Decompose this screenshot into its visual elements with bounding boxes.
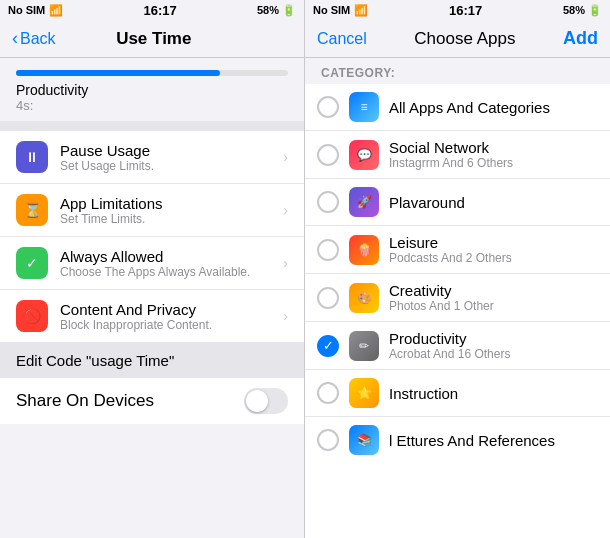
categories-list: ≡ All Apps And Categories 💬 Social Netwo…	[305, 84, 610, 538]
title-playground: Plavaround	[389, 194, 598, 211]
text-productivity: Productivity Acrobat And 16 Others	[389, 330, 598, 361]
menu-item-privacy[interactable]: 🚫 Content And Privacy Block Inappropriat…	[0, 290, 304, 342]
list-item-playground[interactable]: 🚀 Plavaround	[305, 179, 610, 226]
title-all: All Apps And Categories	[389, 99, 598, 116]
radio-social[interactable]	[317, 144, 339, 166]
spacer-1	[0, 121, 304, 131]
progress-section: Productivity 4s:	[0, 58, 304, 121]
chevron-icon-limitations: ›	[283, 202, 288, 218]
menu-title-pause: Pause Usage	[60, 142, 283, 159]
menu-text-limitations: App Limitations Set Time Limits.	[60, 195, 283, 226]
menu-item-allowed[interactable]: ✓ Always Allowed Choose The Apps Always …	[0, 237, 304, 290]
privacy-icon: 🚫	[16, 300, 48, 332]
list-item-instruction[interactable]: ⭐ Instruction	[305, 370, 610, 417]
icon-lettures: 📚	[349, 425, 379, 455]
text-creativity: Creativity Photos And 1 Other	[389, 282, 598, 313]
battery-icon-left: 🔋	[282, 4, 296, 17]
subtitle-leisure: Podcasts And 2 Others	[389, 251, 598, 265]
nav-bar-left: ‹ Back Use Time	[0, 20, 304, 58]
title-social: Social Network	[389, 139, 598, 156]
list-item-social[interactable]: 💬 Social Network Instagrrm And 6 Others	[305, 131, 610, 179]
edit-code-label: Edit Code "usage Time"	[16, 352, 174, 369]
radio-playground[interactable]	[317, 191, 339, 213]
chevron-icon-privacy: ›	[283, 308, 288, 324]
icon-playground: 🚀	[349, 187, 379, 217]
menu-subtitle-allowed: Choose The Apps Always Available.	[60, 265, 283, 279]
cancel-button[interactable]: Cancel	[317, 30, 367, 48]
icon-productivity: ✏	[349, 331, 379, 361]
menu-subtitle-privacy: Block Inappropriate Content.	[60, 318, 283, 332]
time-right: 16:17	[449, 3, 482, 18]
share-label: Share On Devices	[16, 391, 154, 411]
menu-title-privacy: Content And Privacy	[60, 301, 283, 318]
radio-lettures[interactable]	[317, 429, 339, 451]
menu-text-privacy: Content And Privacy Block Inappropriate …	[60, 301, 283, 332]
status-bar-left: No SIM 📶 16:17 58% 🔋	[0, 0, 304, 20]
radio-all[interactable]	[317, 96, 339, 118]
list-item-productivity[interactable]: ✓ ✏ Productivity Acrobat And 16 Others	[305, 322, 610, 370]
progress-time: 4s:	[16, 98, 288, 113]
battery-percent-left: 58%	[257, 4, 279, 16]
menu-title-allowed: Always Allowed	[60, 248, 283, 265]
toggle-knob	[246, 390, 268, 412]
radio-instruction[interactable]	[317, 382, 339, 404]
signal-info: No SIM 📶	[8, 4, 63, 17]
list-item-all[interactable]: ≡ All Apps And Categories	[305, 84, 610, 131]
category-header: CATEGORY:	[305, 58, 610, 84]
icon-instruction: ⭐	[349, 378, 379, 408]
menu-section: ⏸ Pause Usage Set Usage Limits. › ⌛ App …	[0, 131, 304, 342]
text-lettures: l Ettures And References	[389, 432, 598, 449]
share-toggle[interactable]	[244, 388, 288, 414]
section-spacer-editcode: Edit Code "usage Time"	[0, 342, 304, 378]
icon-creativity: 🎨	[349, 283, 379, 313]
progress-bar-fill	[16, 70, 220, 76]
radio-leisure[interactable]	[317, 239, 339, 261]
time-left: 16:17	[144, 3, 177, 18]
nav-bar-right: Cancel Choose Apps Add	[305, 20, 610, 58]
menu-item-pause[interactable]: ⏸ Pause Usage Set Usage Limits. ›	[0, 131, 304, 184]
status-bar-right: No SIM 📶 16:17 58% 🔋	[305, 0, 610, 20]
menu-title-limitations: App Limitations	[60, 195, 283, 212]
chevron-icon-pause: ›	[283, 149, 288, 165]
text-playground: Plavaround	[389, 194, 598, 211]
text-leisure: Leisure Podcasts And 2 Others	[389, 234, 598, 265]
icon-all-apps: ≡	[349, 92, 379, 122]
battery-icon-right: 🔋	[588, 4, 602, 17]
title-creativity: Creativity	[389, 282, 598, 299]
page-title-left: Use Time	[16, 29, 292, 49]
page-title-right: Choose Apps	[414, 29, 515, 49]
radio-productivity[interactable]: ✓	[317, 335, 339, 357]
battery-info-right: 58% 🔋	[563, 4, 602, 17]
radio-creativity[interactable]	[317, 287, 339, 309]
no-sim-label-right: No SIM	[313, 4, 350, 16]
right-panel: No SIM 📶 16:17 58% 🔋 Cancel Choose Apps …	[305, 0, 610, 538]
allowed-icon: ✓	[16, 247, 48, 279]
text-all: All Apps And Categories	[389, 99, 598, 116]
wifi-icon-right: 📶	[354, 4, 368, 17]
menu-item-limitations[interactable]: ⌛ App Limitations Set Time Limits. ›	[0, 184, 304, 237]
menu-subtitle-pause: Set Usage Limits.	[60, 159, 283, 173]
chevron-icon-allowed: ›	[283, 255, 288, 271]
battery-info-left: 58% 🔋	[257, 4, 296, 17]
menu-text-allowed: Always Allowed Choose The Apps Always Av…	[60, 248, 283, 279]
progress-bar-container	[16, 70, 288, 76]
subtitle-social: Instagrrm And 6 Others	[389, 156, 598, 170]
title-lettures: l Ettures And References	[389, 432, 598, 449]
wifi-icon: 📶	[49, 4, 63, 17]
title-instruction: Instruction	[389, 385, 598, 402]
battery-percent-right: 58%	[563, 4, 585, 16]
checkmark-icon: ✓	[323, 338, 334, 353]
menu-subtitle-limitations: Set Time Limits.	[60, 212, 283, 226]
signal-info-right: No SIM 📶	[313, 4, 368, 17]
list-item-leisure[interactable]: 🍿 Leisure Podcasts And 2 Others	[305, 226, 610, 274]
subtitle-creativity: Photos And 1 Other	[389, 299, 598, 313]
add-button[interactable]: Add	[563, 28, 598, 49]
left-panel: No SIM 📶 16:17 58% 🔋 ‹ Back Use Time Pro…	[0, 0, 305, 538]
title-productivity: Productivity	[389, 330, 598, 347]
share-row: Share On Devices	[0, 378, 304, 424]
limitations-icon: ⌛	[16, 194, 48, 226]
title-leisure: Leisure	[389, 234, 598, 251]
list-item-lettures[interactable]: 📚 l Ettures And References	[305, 417, 610, 463]
list-item-creativity[interactable]: 🎨 Creativity Photos And 1 Other	[305, 274, 610, 322]
no-sim-label: No SIM	[8, 4, 45, 16]
